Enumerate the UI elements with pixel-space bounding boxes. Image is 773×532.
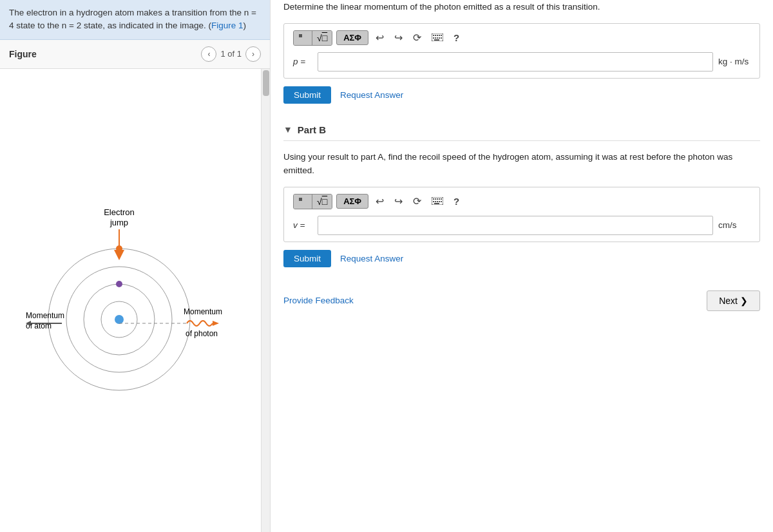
part-b-toggle[interactable]: ▼ bbox=[283, 124, 292, 135]
svg-rect-25 bbox=[434, 203, 439, 204]
part-b-redo-btn[interactable]: ↪ bbox=[391, 194, 406, 209]
figure-nav: ‹ 1 of 1 › bbox=[201, 46, 261, 62]
part-b-toolbar: √□ ΑΣΦ ↩ ↪ ⟳ ? bbox=[293, 194, 750, 209]
part-b-question: Using your result to part A, find the re… bbox=[283, 150, 760, 178]
part-b-request-link[interactable]: Request Answer bbox=[340, 254, 403, 263]
svg-rect-18 bbox=[439, 198, 440, 200]
figure-area: Figure ‹ 1 of 1 › Electron jump bbox=[0, 40, 270, 533]
svg-rect-0 bbox=[299, 34, 302, 37]
part-a-box-btn[interactable] bbox=[294, 31, 312, 45]
part-b-section: ▼ Part B Using your result to part A, fi… bbox=[283, 117, 760, 267]
part-b-answer-box: √□ ΑΣΦ ↩ ↪ ⟳ ? v = cm/s bbox=[283, 187, 760, 242]
svg-rect-6 bbox=[441, 35, 442, 36]
part-a-request-link[interactable]: Request Answer bbox=[340, 90, 403, 100]
svg-rect-9 bbox=[437, 37, 438, 39]
part-b-input-row: v = cm/s bbox=[293, 216, 750, 235]
part-b-submit-btn[interactable]: Submit bbox=[283, 250, 331, 267]
part-b-unit: cm/s bbox=[718, 220, 750, 230]
figure-link[interactable]: Figure 1 bbox=[211, 21, 243, 30]
part-a-section: Determine the linear momentum of the pho… bbox=[283, 0, 760, 104]
svg-rect-2 bbox=[433, 35, 434, 36]
problem-text-box: The electron in a hydrogen atom makes a … bbox=[0, 0, 270, 40]
next-chevron-icon: ❯ bbox=[740, 296, 748, 306]
part-b-header: ▼ Part B bbox=[283, 117, 760, 141]
part-a-undo-btn[interactable]: ↩ bbox=[372, 30, 387, 45]
part-a-question: Determine the linear momentum of the pho… bbox=[283, 0, 760, 14]
next-label: Next bbox=[719, 296, 738, 306]
part-b-box-btn[interactable] bbox=[294, 195, 312, 209]
part-a-unit: kg · m/s bbox=[718, 57, 750, 66]
svg-rect-5 bbox=[439, 35, 440, 36]
svg-rect-19 bbox=[441, 198, 442, 200]
part-b-reset-btn[interactable]: ⟳ bbox=[410, 194, 425, 209]
nucleus bbox=[115, 315, 124, 324]
atom-figure-svg: Electron jump bbox=[19, 191, 251, 410]
svg-rect-10 bbox=[439, 37, 440, 39]
part-a-keyboard-btn[interactable] bbox=[428, 31, 446, 45]
svg-rect-20 bbox=[433, 201, 434, 202]
part-a-answer-input[interactable] bbox=[318, 52, 713, 71]
svg-rect-17 bbox=[437, 198, 438, 200]
next-button[interactable]: Next ❯ bbox=[707, 290, 760, 311]
electron-n4 bbox=[116, 245, 122, 252]
part-a-reset-btn[interactable]: ⟳ bbox=[410, 30, 425, 45]
part-a-help-btn[interactable]: ? bbox=[450, 31, 463, 44]
part-b-help-btn[interactable]: ? bbox=[450, 195, 463, 208]
momentum-photon-label2: of photon bbox=[186, 329, 218, 338]
figure-next-button[interactable]: › bbox=[245, 46, 261, 62]
svg-rect-4 bbox=[437, 35, 438, 36]
part-b-undo-btn[interactable]: ↩ bbox=[372, 194, 387, 209]
svg-rect-21 bbox=[435, 201, 436, 202]
svg-rect-23 bbox=[439, 201, 440, 202]
part-a-action-row: Submit Request Answer bbox=[283, 86, 760, 104]
part-a-answer-box: √□ ΑΣΦ ↩ ↪ ⟳ ? p = kg · m/s bbox=[283, 23, 760, 79]
scrollbar[interactable] bbox=[261, 69, 270, 533]
part-b-keyboard-btn[interactable] bbox=[428, 195, 446, 209]
part-a-input-label: p = bbox=[293, 57, 312, 66]
part-a-toolbar: √□ ΑΣΦ ↩ ↪ ⟳ ? bbox=[293, 30, 750, 46]
bottom-bar: Provide Feedback Next ❯ bbox=[283, 280, 760, 311]
svg-rect-12 bbox=[434, 39, 439, 41]
part-b-format-group: √□ bbox=[293, 194, 332, 209]
part-b-ase-btn[interactable]: ΑΣΦ bbox=[336, 194, 368, 209]
part-b-input-label: v = bbox=[293, 220, 312, 230]
figure-canvas: Electron jump bbox=[0, 69, 270, 533]
electron-n2 bbox=[116, 281, 122, 287]
figure-title: Figure bbox=[9, 49, 201, 59]
figure-prev-button[interactable]: ‹ bbox=[201, 46, 216, 62]
part-b-action-row: Submit Request Answer bbox=[283, 250, 760, 267]
part-a-format-group: √□ bbox=[293, 30, 332, 46]
part-a-sqrt-btn[interactable]: √□ bbox=[312, 31, 332, 45]
part-a-ase-btn[interactable]: ΑΣΦ bbox=[336, 30, 368, 45]
electron-jump-label2: jump bbox=[109, 218, 128, 227]
right-panel: Determine the linear momentum of the pho… bbox=[271, 0, 773, 532]
svg-rect-11 bbox=[441, 37, 442, 39]
part-b-answer-input[interactable] bbox=[318, 216, 713, 235]
svg-rect-3 bbox=[435, 35, 436, 36]
figure-count: 1 of 1 bbox=[220, 49, 242, 59]
svg-rect-13 bbox=[299, 198, 302, 201]
part-a-redo-btn[interactable]: ↪ bbox=[391, 30, 406, 45]
momentum-photon-label1: Momentum bbox=[184, 307, 222, 316]
svg-rect-8 bbox=[435, 37, 436, 39]
svg-rect-15 bbox=[433, 198, 434, 200]
svg-rect-7 bbox=[433, 37, 434, 39]
svg-rect-16 bbox=[435, 198, 436, 200]
part-b-label: Part B bbox=[298, 124, 326, 135]
photon-arrowhead bbox=[213, 321, 219, 326]
provide-feedback-link[interactable]: Provide Feedback bbox=[283, 296, 354, 305]
part-a-input-row: p = kg · m/s bbox=[293, 52, 750, 71]
svg-rect-24 bbox=[441, 201, 442, 202]
left-panel: The electron in a hydrogen atom makes a … bbox=[0, 0, 271, 532]
part-b-sqrt-btn[interactable]: √□ bbox=[312, 195, 332, 209]
part-a-submit-btn[interactable]: Submit bbox=[283, 86, 331, 104]
photon-wave bbox=[187, 321, 213, 326]
svg-rect-22 bbox=[437, 201, 438, 202]
electron-jump-label: Electron bbox=[104, 207, 135, 217]
momentum-atom-label1: Momentum bbox=[26, 311, 64, 320]
figure-header: Figure ‹ 1 of 1 › bbox=[0, 40, 270, 69]
